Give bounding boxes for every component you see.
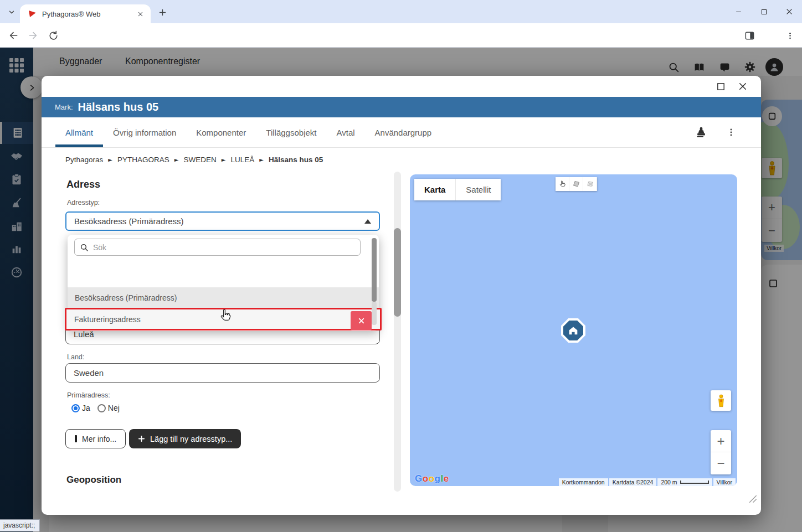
delete-polygon-tool-button[interactable]: [583, 177, 597, 191]
plus-icon: [138, 435, 145, 442]
browser-tab-strip: Pythagoras® Web: [0, 0, 802, 23]
breadcrumb-item[interactable]: Pythagoras: [65, 156, 103, 164]
tab-close-button[interactable]: [135, 9, 145, 19]
modal-maximize-button[interactable]: [714, 80, 727, 93]
map-type-satellit-button[interactable]: Satellit: [455, 179, 501, 200]
mer-info-button[interactable]: Mer info...: [65, 429, 126, 448]
browser-tab[interactable]: Pythagoras® Web: [20, 4, 151, 23]
tab-title: Pythagoras® Web: [42, 10, 135, 18]
modal-menu-dots-icon[interactable]: [723, 125, 739, 140]
breadcrumb-item-current: Hälsans hus 05: [269, 156, 323, 164]
option-besoksadress[interactable]: Besöksadress (Primäradress): [68, 287, 379, 308]
dropdown-scrollbar[interactable]: [372, 238, 377, 302]
adresstyp-selected-value: Besöksadress (Primäradress): [74, 216, 364, 226]
favicon-pythagoras-icon: [28, 9, 37, 18]
breadcrumb-item[interactable]: LULEÅ: [230, 156, 254, 164]
land-label: Land:: [67, 353, 84, 361]
google-map[interactable]: Karta Satellit + − Google Kortkommando: [410, 174, 737, 486]
window-maximize-button[interactable]: [751, 0, 777, 23]
screen: Pythagoras® Web pim.pythagoras.se/py_dat…: [0, 0, 802, 532]
map-type-karta-button[interactable]: Karta: [414, 179, 455, 200]
terms-link[interactable]: Villkor: [713, 478, 736, 486]
map-zoom-in-button[interactable]: +: [711, 430, 731, 452]
pegman-button[interactable]: [711, 390, 731, 411]
new-tab-button[interactable]: [156, 6, 168, 18]
dropdown-search-input[interactable]: [93, 243, 355, 252]
modal-title: Hälsans hus 05: [78, 101, 159, 113]
modal-scrollbar-thumb[interactable]: [394, 228, 401, 317]
scale-bar: [680, 481, 709, 484]
adresstyp-select[interactable]: Besöksadress (Primäradress): [65, 211, 380, 231]
caret-up-icon: [364, 219, 371, 224]
keyboard-shortcuts-link[interactable]: Kortkommandon: [559, 478, 608, 486]
map-scale: 200 m: [657, 478, 712, 486]
info-icon: [75, 435, 77, 442]
dropdown-search[interactable]: [74, 239, 361, 256]
modal-titlebar: Mark: Hälsans hus 05: [42, 97, 761, 117]
browser-menu-button[interactable]: [783, 29, 796, 42]
chevron-down-icon: [8, 8, 16, 16]
pan-hand-tool-button[interactable]: [556, 177, 569, 191]
stamp-icon[interactable]: [693, 125, 709, 140]
tab-search-button[interactable]: [4, 5, 19, 19]
back-button[interactable]: [7, 29, 20, 42]
browser-status-bar: javascript:;: [0, 519, 40, 531]
breadcrumb: Pythagoras ► PYTHAGORAS ► SWEDEN ► LULEÅ…: [65, 156, 323, 164]
window-close-button[interactable]: [777, 0, 802, 23]
mark-detail-modal: Mark: Hälsans hus 05 Allmänt Övrig infor…: [42, 76, 761, 515]
breadcrumb-item[interactable]: PYTHAGORAS: [117, 156, 169, 164]
google-logo[interactable]: Google: [415, 473, 449, 484]
draw-polygon-tool-button[interactable]: [569, 177, 583, 191]
primaradress-label: Primäradress:: [67, 391, 110, 399]
browser-toolbar: pim.pythagoras.se/py_datamanager_interna…: [0, 23, 802, 48]
delete-option-button[interactable]: [351, 311, 372, 330]
building-marker-icon: [563, 321, 583, 340]
forward-button[interactable]: [27, 29, 40, 42]
modal-scrollbar-track[interactable]: [394, 172, 401, 492]
radio-nej-label[interactable]: Nej: [108, 404, 120, 412]
breadcrumb-item[interactable]: SWEDEN: [183, 156, 216, 164]
breadcrumb-separator-icon: ►: [108, 157, 112, 163]
mouse-cursor-pointer-icon: [218, 308, 233, 323]
map-drawing-tools: [556, 177, 597, 191]
primaradress-radio-group: Ja Nej: [71, 404, 120, 412]
map-zoom-out-button[interactable]: −: [711, 452, 731, 474]
map-marker[interactable]: [561, 318, 585, 343]
modal-close-button[interactable]: [736, 80, 749, 93]
side-panel-button[interactable]: [743, 29, 756, 42]
radio-ja-label[interactable]: Ja: [82, 404, 90, 412]
geoposition-section-heading: Geoposition: [66, 474, 121, 485]
reload-button[interactable]: [47, 29, 60, 42]
breadcrumb-separator-icon: ►: [259, 157, 264, 163]
window-controls: [726, 0, 802, 23]
radio-ja[interactable]: [71, 404, 80, 412]
modal-tab-actions: [42, 117, 761, 148]
adresstyp-label: Adresstyp:: [67, 199, 100, 206]
land-field[interactable]: [65, 363, 380, 383]
map-data-label: Kartdata ©2024: [609, 478, 657, 486]
modal-resize-handle[interactable]: [748, 494, 758, 504]
map-zoom-control: + −: [711, 430, 731, 474]
dropdown-scrollbar-track: [372, 302, 377, 325]
object-type-label: Mark:: [55, 103, 73, 111]
window-minimize-button[interactable]: [726, 0, 751, 23]
map-type-control: Karta Satellit: [414, 179, 501, 200]
add-adresstyp-button[interactable]: Lägg till ny adresstyp...: [129, 429, 241, 448]
radio-nej[interactable]: [97, 404, 106, 412]
breadcrumb-separator-icon: ►: [174, 157, 179, 163]
breadcrumb-separator-icon: ►: [222, 157, 226, 163]
map-attribution: Kortkommandon Kartdata ©2024 200 m Villk…: [559, 478, 736, 486]
search-icon: [80, 243, 89, 252]
adresstyp-dropdown: Besöksadress (Primäradress) Fakturerings…: [68, 235, 379, 331]
adress-section-heading: Adress: [66, 179, 100, 190]
